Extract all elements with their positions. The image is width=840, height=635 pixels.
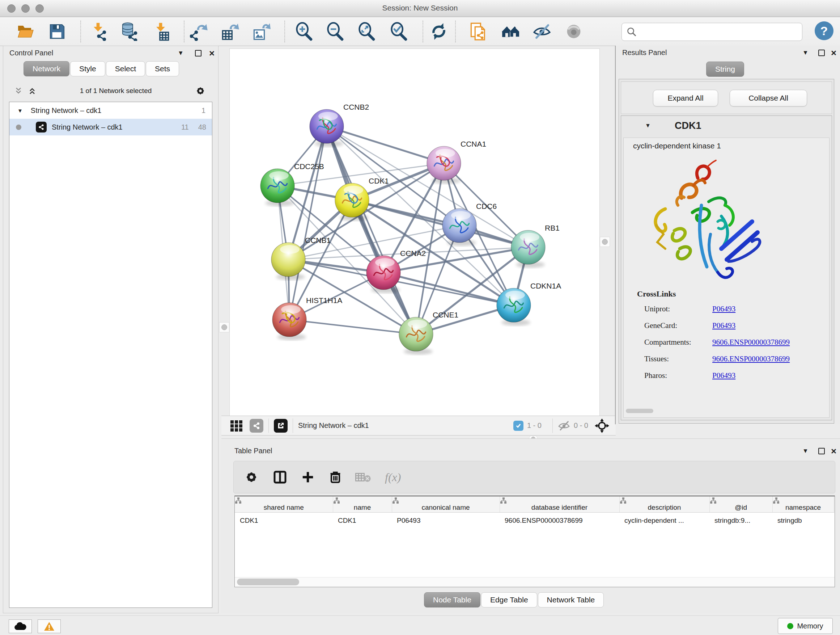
column-header-shared-name[interactable]: shared name	[235, 496, 333, 513]
import-network-file-button[interactable]	[88, 22, 107, 41]
network-edge-HIST1H1A-CCNE1[interactable]	[289, 320, 416, 334]
hide-selected-button[interactable]	[532, 22, 551, 41]
column-header-description[interactable]: description	[619, 496, 709, 513]
export-image-button[interactable]	[252, 22, 271, 41]
tab-node-table[interactable]: Node Table	[424, 592, 480, 608]
table-cell[interactable]: CDK1	[235, 513, 333, 529]
title-bar: Session: New Session	[0, 0, 840, 17]
create-column-button[interactable]	[301, 470, 315, 484]
tab-edge-table[interactable]: Edge Table	[481, 592, 537, 608]
panel-close-icon[interactable]: ×	[209, 50, 215, 57]
zoom-fit-button[interactable]	[357, 22, 376, 41]
toolbar-separator	[80, 21, 81, 42]
gear-icon[interactable]	[195, 86, 206, 96]
column-header-database-identifier[interactable]: database identifier	[500, 496, 619, 513]
network-node-CCNA2[interactable]	[366, 256, 401, 293]
network-canvas[interactable]: CCNB2CCNA1CDC25BCDK1CDC6RB1CCNB1CCNA2CDK…	[229, 49, 600, 416]
table-hscrollbar[interactable]	[235, 577, 835, 587]
show-all-button[interactable]	[564, 22, 583, 41]
network-node-CCNE1[interactable]	[399, 317, 433, 355]
crosslink-value-link[interactable]: P06493	[712, 304, 736, 314]
column-type-icon	[773, 497, 779, 504]
cloud-status-button[interactable]	[9, 619, 32, 633]
detach-view-button[interactable]	[274, 419, 287, 432]
delete-column-button[interactable]	[328, 470, 342, 484]
export-network-button[interactable]	[190, 22, 209, 41]
network-node-CCNA1[interactable]	[427, 146, 461, 184]
zoom-out-button[interactable]	[325, 22, 344, 41]
network-node-RB1[interactable]	[511, 230, 545, 268]
table-cell[interactable]: stringdb:9...	[709, 513, 772, 529]
network-node-CDKN1A[interactable]	[497, 288, 531, 326]
tab-sets[interactable]: Sets	[146, 61, 179, 76]
table-cell[interactable]: 9606.ENSP00000378699	[500, 513, 619, 529]
network-node-CDC25B[interactable]	[261, 169, 294, 206]
zoom-in-button[interactable]	[294, 22, 313, 41]
import-network-database-button[interactable]	[119, 22, 138, 41]
network-node-CDK1[interactable]	[335, 183, 369, 221]
table-cell[interactable]: P06493	[392, 513, 500, 529]
collapse-all-button[interactable]: Collapse All	[729, 90, 807, 106]
panel-float-icon[interactable]	[818, 50, 825, 56]
network-row-selected[interactable]: String Network – cdk1 11 48	[9, 119, 212, 135]
panel-float-icon[interactable]	[818, 448, 825, 454]
network-edge-CCNB2-CCNA1[interactable]	[327, 126, 444, 163]
tab-style[interactable]: Style	[70, 61, 105, 76]
column-header-@id[interactable]: @id	[709, 496, 772, 513]
panel-close-icon[interactable]: ×	[831, 50, 836, 56]
expand-all-icon[interactable]	[28, 87, 36, 95]
tab-string[interactable]: String	[706, 62, 744, 77]
tab-network[interactable]: Network	[24, 61, 69, 76]
crosslink-value-link[interactable]: 9606.ENSP00000378699	[712, 355, 790, 363]
panel-menu-icon[interactable]: ▼	[178, 50, 184, 57]
network-collection-row[interactable]: ▼ String Network – cdk1 1	[9, 102, 212, 119]
genemania-homology-button[interactable]	[501, 22, 520, 41]
selected-checkbox-icon[interactable]	[513, 421, 523, 431]
network-node-CDC6[interactable]	[442, 209, 477, 246]
table-row[interactable]: CDK1CDK1P064939606.ENSP00000378699cyclin…	[235, 513, 834, 529]
table-cell[interactable]: CDK1	[333, 513, 392, 529]
crosslink-value-link[interactable]: 9606.ENSP00000378699	[712, 338, 790, 347]
crosslink-value-link[interactable]: P06493	[712, 371, 736, 380]
column-header-namespace[interactable]: namespace	[772, 496, 834, 513]
column-header-canonical-name[interactable]: canonical name	[392, 496, 500, 513]
network-from-clipboard-button[interactable]	[469, 22, 488, 41]
network-edge-CDK1-RB1[interactable]	[352, 200, 528, 247]
zoom-selected-button[interactable]	[389, 22, 408, 41]
tree-expander-icon[interactable]: ▼	[17, 108, 23, 114]
panel-menu-icon[interactable]: ▼	[802, 49, 808, 57]
network-edge-CCNB2-HIST1H1A[interactable]	[289, 126, 327, 320]
import-table-button[interactable]	[151, 22, 170, 41]
panel-float-icon[interactable]	[195, 50, 202, 57]
export-table-button[interactable]	[221, 22, 240, 41]
crosslink-value-link[interactable]: P06493	[712, 321, 736, 330]
panel-menu-icon[interactable]: ▼	[802, 448, 808, 455]
section-collapse-icon[interactable]: ▼	[645, 122, 651, 129]
tab-network-table[interactable]: Network Table	[538, 592, 604, 608]
open-session-button[interactable]	[16, 22, 35, 41]
table-settings-button[interactable]	[245, 470, 258, 484]
expand-all-button[interactable]: Expand All	[653, 90, 718, 106]
fit-content-button[interactable]	[595, 418, 609, 433]
column-header-name[interactable]: name	[333, 496, 392, 513]
left-splitter-handle[interactable]	[219, 322, 229, 333]
warnings-button[interactable]	[38, 619, 61, 633]
memory-button[interactable]: Memory	[778, 618, 833, 634]
table-cell[interactable]: stringdb	[772, 513, 834, 529]
right-splitter-handle[interactable]	[600, 237, 610, 247]
string-view-icon[interactable]	[249, 419, 264, 432]
help-button[interactable]: ?	[815, 21, 834, 40]
table-cell[interactable]: cyclin-dependent ...	[619, 513, 709, 529]
save-session-button[interactable]	[48, 22, 66, 41]
table-hscroll-thumb[interactable]	[237, 578, 299, 585]
network-node-CCNB1[interactable]	[271, 242, 305, 280]
show-columns-button[interactable]	[273, 470, 287, 485]
network-node-HIST1H1A[interactable]	[272, 302, 306, 340]
tab-select[interactable]: Select	[106, 61, 145, 76]
apply-layout-button[interactable]	[429, 22, 448, 41]
birdseye-toggle[interactable]	[230, 419, 243, 432]
search-input[interactable]	[640, 24, 802, 40]
results-hscroll-thumb[interactable]	[626, 409, 653, 413]
panel-close-icon[interactable]: ×	[831, 448, 836, 454]
collapse-all-icon[interactable]	[14, 87, 23, 95]
